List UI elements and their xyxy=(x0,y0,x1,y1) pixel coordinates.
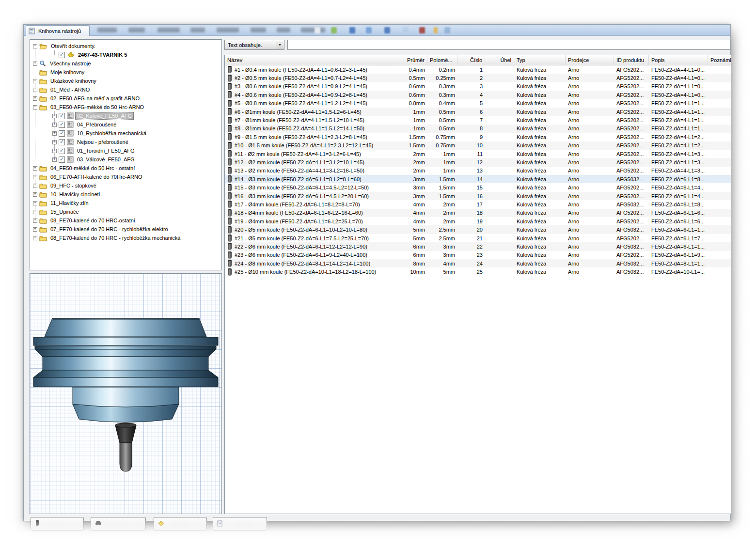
tree-item[interactable]: 10_Rychloběžka mechanická xyxy=(30,129,221,138)
table-row[interactable]: #25 - Ø10 mm koule (FE50-Z2-dA=10-L1=18-… xyxy=(225,267,731,276)
tree-item[interactable]: 08_FE70-kalené do 70 HRC - rychloběžka m… xyxy=(30,234,221,242)
column-header-uhel[interactable]: Úhel xyxy=(485,55,514,65)
table-row[interactable]: #11 - Ø2 mm koule (FE50-Z2-dA=4-L1=3-L2=… xyxy=(225,150,731,158)
tab-tool-library[interactable]: Knihovna nástrojů xyxy=(26,25,90,36)
column-header-cislo[interactable]: Číslo xyxy=(457,55,485,65)
tree-item[interactable]: Moje knihovny xyxy=(30,68,221,77)
expand-icon[interactable] xyxy=(52,157,57,162)
table-row[interactable]: #23 - Ø6 mm koule (FE50-Z2-dA=6-L1=9-L2=… xyxy=(225,251,731,259)
expand-icon[interactable] xyxy=(33,88,37,92)
column-header-prodejce[interactable]: Prodejce xyxy=(566,55,614,65)
tree-item[interactable]: 03_Válcové_FE50_AFG xyxy=(30,155,221,164)
tree-item[interactable]: Nejsou - přebroušené xyxy=(30,138,221,146)
expand-icon[interactable] xyxy=(52,131,57,136)
table-row[interactable]: #14 - Ø3 mm koule (FE50-Z2-dA=6-L1=8-L2=… xyxy=(225,175,731,183)
table-row[interactable]: #6 - Ø1mm koule (FE50-Z2-dA=4-L1=1.5-L2=… xyxy=(225,108,731,116)
tree-item[interactable]: 07_FE70-kalené do 70 HRC - rychloběžka e… xyxy=(30,225,221,234)
table-row[interactable]: #5 - Ø0.8 mm koule (FE50-Z2-dA=4-L1=1.2-… xyxy=(225,99,731,108)
tree-item[interactable]: 02_Kulové_FE50_AFG xyxy=(30,111,221,120)
table-row[interactable]: #13 - Ø2 mm koule (FE50-Z2-dA=4-L1=3-L2=… xyxy=(225,167,731,175)
table-row[interactable]: #17 - Ø4mm koule (FE50-Z2-dA=6-L1=8-L2=8… xyxy=(225,200,731,208)
tool-3d-preview[interactable] xyxy=(30,273,222,514)
tree-item[interactable]: 15_Upinače xyxy=(30,207,221,216)
checkbox-checked[interactable] xyxy=(59,113,65,119)
expand-icon[interactable] xyxy=(33,96,37,101)
expand-icon[interactable] xyxy=(33,192,37,197)
tool-name-text: #13 - Ø2 mm koule (FE50-Z2-dA=4-L1=3-L2=… xyxy=(235,168,364,173)
expand-icon[interactable] xyxy=(33,219,37,223)
tree-item[interactable]: 01_Toroidní_FE50_AFG xyxy=(30,146,221,155)
expand-icon[interactable] xyxy=(52,114,57,118)
cell-typ: Kulová fréza xyxy=(514,92,566,98)
expand-icon[interactable] xyxy=(33,184,37,188)
column-header-prumer[interactable]: Průměr xyxy=(404,55,427,65)
table-row[interactable]: #21 - Ø5 mm koule (FE50-Z2-dA=6-L1=7.5-L… xyxy=(225,234,731,242)
table-row[interactable]: #3 - Ø0.6 mm koule (FE50-Z2-dA=4-L1=0.9-… xyxy=(225,82,731,91)
table-row[interactable]: #20 - Ø5 mm koule (FE50-Z2-dA=6-L1=10-L2… xyxy=(225,225,731,234)
table-row[interactable]: #18 - Ø4mm koule (FE50-Z2-dA=6-L1=6-L2=1… xyxy=(225,209,731,217)
checkbox-checked[interactable] xyxy=(59,148,65,154)
collapse-icon[interactable] xyxy=(33,44,37,48)
tree-item[interactable]: 10_Hlavičky cincineti xyxy=(30,190,221,199)
tree-item[interactable]: 09_HFC - stopkové xyxy=(30,181,221,190)
expand-icon[interactable] xyxy=(33,227,37,232)
tree-item[interactable]: 08_FE70-kalené do 70 HRC-ostatní xyxy=(30,216,221,225)
table-row[interactable]: #1 - Ø0.4 mm koule (FE50-Z2-dA=4-L1=0.6-… xyxy=(225,65,731,74)
expand-icon[interactable] xyxy=(52,140,57,144)
tree-item[interactable]: 06_FE70-AFH-kalené do 70Hrc-ARNO xyxy=(30,172,221,181)
tree-item[interactable]: 04_Přebroušené xyxy=(30,120,221,129)
tree-item[interactable]: 2467-43-TVARNIK 5 xyxy=(30,50,221,59)
bottom-button-4[interactable] xyxy=(213,517,267,531)
checkbox-checked[interactable] xyxy=(59,52,65,58)
filter-mode-dropdown[interactable]: Text obsahuje. xyxy=(224,40,284,50)
table-row[interactable]: #7 - Ø1mm koule (FE50-Z2-dA=4-L1=1.5-L2=… xyxy=(225,116,731,124)
checkbox-checked[interactable] xyxy=(59,130,65,137)
table-row[interactable]: #24 - Ø8 mm koule (FE50-Z2-dA=8-L1=14-L2… xyxy=(225,259,731,267)
tree-item[interactable]: 04_FE50-měkké do 50 Hrc - ostatní xyxy=(30,164,221,172)
table-row[interactable]: #22 - Ø6 mm koule (FE50-Z2-dA=6-L1=12-L2… xyxy=(225,242,731,251)
expand-icon[interactable] xyxy=(33,62,37,66)
tree-item[interactable]: 02_FE50-AFG-na měď a grafit-ARNO xyxy=(30,94,221,103)
cell-cislo: 16 xyxy=(457,193,485,199)
expand-icon[interactable] xyxy=(33,210,37,214)
tree-item[interactable]: 03_FE50-AFG-měkké do 50 Hrc-ARNO xyxy=(30,103,221,111)
bottom-button-1[interactable] xyxy=(31,517,84,531)
chevron-down-icon[interactable] xyxy=(276,41,284,49)
table-row[interactable]: #19 - Ø4mm koule (FE50-Z2-dA=6-L1=6-L2=2… xyxy=(225,217,731,225)
table-row[interactable]: #16 - Ø3 mm koule (FE50-Z2-dA=6-L1=4.5-L… xyxy=(225,192,731,200)
table-row[interactable]: #9 - Ø1.5 mm koule (FE50-Z2-dA=4-L1=2.3-… xyxy=(225,133,731,141)
collapse-icon[interactable] xyxy=(33,105,37,110)
bottom-button-3[interactable] xyxy=(154,517,207,531)
column-header-poznamka[interactable]: Poznámk xyxy=(708,55,731,65)
table-row[interactable]: #15 - Ø3 mm koule (FE50-Z2-dA=6-L1=4.5-L… xyxy=(225,183,731,191)
tree-item[interactable]: 01_Měď - ARNO xyxy=(30,85,221,94)
column-header-nazev[interactable]: Název xyxy=(225,55,404,65)
expand-icon[interactable] xyxy=(52,123,57,127)
tree-item[interactable]: Otevřít dokumenty. xyxy=(30,42,221,50)
tree-item[interactable]: Ukázkové knihovny xyxy=(30,77,221,85)
bottom-button-2[interactable] xyxy=(91,517,146,531)
expand-icon[interactable] xyxy=(52,149,57,153)
table-row[interactable]: #4 - Ø0.6 mm koule (FE50-Z2-dA=4-L1=0.9-… xyxy=(225,91,731,99)
table-row[interactable]: #10 - Ø1.5 mm koule (FE50-Z2-dA=4-L1=2.3… xyxy=(225,141,731,150)
column-header-popis[interactable]: Popis xyxy=(649,55,708,65)
filter-text-input[interactable] xyxy=(287,40,730,50)
expand-icon[interactable] xyxy=(33,166,37,171)
checkbox-checked[interactable] xyxy=(59,157,65,163)
table-row[interactable]: #8 - Ø1mm koule (FE50-Z2-dA=4-L1=1.5-L2=… xyxy=(225,125,731,133)
table-header: Název Průměr Polomě... Číslo Úhel Typ Pr… xyxy=(225,55,731,65)
column-header-id-produktu[interactable]: ID produktu xyxy=(614,55,649,65)
expand-icon[interactable] xyxy=(33,236,37,240)
checkbox-checked[interactable] xyxy=(59,122,65,128)
column-header-polomer[interactable]: Polomě... xyxy=(427,55,457,65)
expand-icon[interactable] xyxy=(33,201,37,205)
tree-item[interactable]: 11_Hlavičky zlín xyxy=(30,199,221,207)
checkbox-checked[interactable] xyxy=(59,139,65,145)
table-row[interactable]: #12 - Ø2 mm koule (FE50-Z2-dA=4-L1=3-L2=… xyxy=(225,158,731,166)
table-row[interactable]: #2 - Ø0.5 mm koule (FE50-Z2-dA=4-L1=0.7-… xyxy=(225,74,731,82)
expand-icon[interactable] xyxy=(33,79,37,83)
tree-item[interactable]: Všechny nástroje xyxy=(30,59,221,68)
expand-icon[interactable] xyxy=(33,175,37,179)
column-header-typ[interactable]: Typ xyxy=(514,55,566,65)
cell-name: #15 - Ø3 mm koule (FE50-Z2-dA=6-L1=4.5-L… xyxy=(225,184,404,191)
